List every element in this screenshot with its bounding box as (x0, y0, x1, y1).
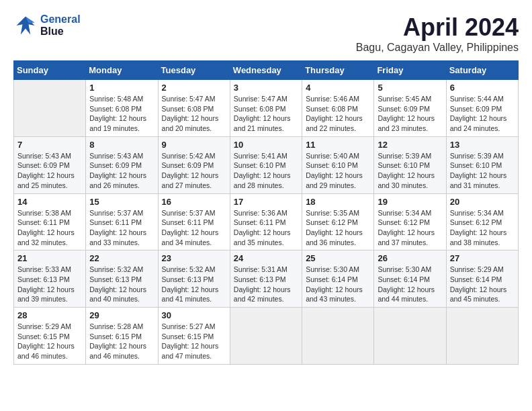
day-number: 13 (450, 140, 515, 150)
day-info: Sunrise: 5:27 AMSunset: 6:15 PMDaylight:… (162, 322, 226, 361)
day-info: Sunrise: 5:34 AMSunset: 6:12 PMDaylight:… (450, 208, 515, 248)
day-number: 26 (378, 253, 442, 263)
day-info: Sunrise: 5:44 AMSunset: 6:09 PMDaylight:… (450, 94, 515, 134)
calendar-cell (230, 308, 302, 365)
calendar-cell: 7Sunrise: 5:43 AMSunset: 6:09 PMDaylight… (14, 136, 86, 193)
calendar-table: SundayMondayTuesdayWednesdayThursdayFrid… (13, 60, 519, 365)
calendar-cell: 10Sunrise: 5:41 AMSunset: 6:10 PMDayligh… (230, 136, 302, 193)
svg-marker-0 (17, 17, 35, 35)
calendar-cell: 27Sunrise: 5:29 AMSunset: 6:14 PMDayligh… (446, 250, 518, 308)
day-number: 7 (17, 140, 82, 150)
day-info: Sunrise: 5:37 AMSunset: 6:11 PMDaylight:… (89, 208, 154, 248)
day-number: 1 (89, 83, 154, 93)
calendar-cell: 23Sunrise: 5:32 AMSunset: 6:13 PMDayligh… (158, 250, 230, 308)
calendar-subtitle: Bagu, Cagayan Valley, Philippines (356, 42, 519, 54)
day-info: Sunrise: 5:33 AMSunset: 6:13 PMDaylight:… (17, 265, 82, 304)
calendar-cell: 12Sunrise: 5:39 AMSunset: 6:10 PMDayligh… (374, 136, 446, 193)
calendar-cell: 6Sunrise: 5:44 AMSunset: 6:09 PMDaylight… (446, 80, 518, 137)
calendar-cell: 26Sunrise: 5:30 AMSunset: 6:14 PMDayligh… (374, 250, 446, 308)
logo: General Blue (13, 13, 81, 38)
day-number: 28 (17, 310, 82, 320)
day-info: Sunrise: 5:43 AMSunset: 6:09 PMDaylight:… (89, 151, 154, 191)
day-info: Sunrise: 5:39 AMSunset: 6:10 PMDaylight:… (450, 151, 515, 191)
calendar-cell (302, 308, 374, 365)
day-info: Sunrise: 5:43 AMSunset: 6:09 PMDaylight:… (17, 151, 82, 191)
weekday-header-friday: Friday (374, 61, 446, 80)
week-row-3: 14Sunrise: 5:38 AMSunset: 6:11 PMDayligh… (14, 193, 519, 250)
day-info: Sunrise: 5:37 AMSunset: 6:11 PMDaylight:… (162, 208, 226, 248)
calendar-cell: 16Sunrise: 5:37 AMSunset: 6:11 PMDayligh… (158, 193, 230, 250)
day-number: 11 (306, 140, 370, 150)
calendar-cell (14, 80, 86, 137)
day-number: 8 (89, 140, 154, 150)
day-info: Sunrise: 5:34 AMSunset: 6:12 PMDaylight:… (378, 208, 442, 248)
day-number: 12 (378, 140, 442, 150)
day-info: Sunrise: 5:32 AMSunset: 6:13 PMDaylight:… (89, 265, 154, 304)
day-info: Sunrise: 5:46 AMSunset: 6:08 PMDaylight:… (306, 94, 370, 134)
day-info: Sunrise: 5:28 AMSunset: 6:15 PMDaylight:… (89, 322, 154, 361)
calendar-cell: 5Sunrise: 5:45 AMSunset: 6:09 PMDaylight… (374, 80, 446, 137)
calendar-cell: 13Sunrise: 5:39 AMSunset: 6:10 PMDayligh… (446, 136, 518, 193)
day-number: 25 (306, 253, 370, 263)
day-number: 21 (17, 253, 82, 263)
day-number: 6 (450, 83, 515, 93)
week-row-2: 7Sunrise: 5:43 AMSunset: 6:09 PMDaylight… (14, 136, 519, 193)
title-block: April 2024 Bagu, Cagayan Valley, Philipp… (356, 13, 519, 54)
day-number: 17 (234, 197, 298, 207)
calendar-cell: 24Sunrise: 5:31 AMSunset: 6:13 PMDayligh… (230, 250, 302, 308)
day-number: 23 (162, 253, 226, 263)
calendar-cell: 29Sunrise: 5:28 AMSunset: 6:15 PMDayligh… (86, 308, 158, 365)
weekday-header-wednesday: Wednesday (230, 61, 302, 80)
calendar-cell: 21Sunrise: 5:33 AMSunset: 6:13 PMDayligh… (14, 250, 86, 308)
day-number: 2 (162, 83, 226, 93)
weekday-header-monday: Monday (86, 61, 158, 80)
logo-name2: Blue (40, 26, 81, 38)
day-info: Sunrise: 5:30 AMSunset: 6:14 PMDaylight:… (378, 265, 442, 304)
day-info: Sunrise: 5:42 AMSunset: 6:09 PMDaylight:… (162, 151, 226, 191)
day-number: 24 (234, 253, 298, 263)
day-number: 27 (450, 253, 515, 263)
weekday-header-saturday: Saturday (446, 61, 518, 80)
day-info: Sunrise: 5:39 AMSunset: 6:10 PMDaylight:… (378, 151, 442, 191)
calendar-cell: 3Sunrise: 5:47 AMSunset: 6:08 PMDaylight… (230, 80, 302, 137)
day-info: Sunrise: 5:29 AMSunset: 6:14 PMDaylight:… (450, 265, 515, 304)
day-info: Sunrise: 5:31 AMSunset: 6:13 PMDaylight:… (234, 265, 298, 304)
calendar-cell: 25Sunrise: 5:30 AMSunset: 6:14 PMDayligh… (302, 250, 374, 308)
day-info: Sunrise: 5:32 AMSunset: 6:13 PMDaylight:… (162, 265, 226, 304)
day-info: Sunrise: 5:40 AMSunset: 6:10 PMDaylight:… (306, 151, 370, 191)
calendar-cell (446, 308, 518, 365)
day-info: Sunrise: 5:45 AMSunset: 6:09 PMDaylight:… (378, 94, 442, 134)
day-number: 4 (306, 83, 370, 93)
calendar-cell: 17Sunrise: 5:36 AMSunset: 6:11 PMDayligh… (230, 193, 302, 250)
week-row-1: 1Sunrise: 5:48 AMSunset: 6:08 PMDaylight… (14, 80, 519, 137)
day-number: 30 (162, 310, 226, 320)
day-number: 5 (378, 83, 442, 93)
logo-name: General (40, 13, 81, 26)
weekday-header-thursday: Thursday (302, 61, 374, 80)
day-number: 16 (162, 197, 226, 207)
calendar-cell: 14Sunrise: 5:38 AMSunset: 6:11 PMDayligh… (14, 193, 86, 250)
day-number: 18 (306, 197, 370, 207)
day-info: Sunrise: 5:48 AMSunset: 6:08 PMDaylight:… (89, 94, 154, 134)
logo-icon (13, 13, 38, 38)
calendar-cell: 11Sunrise: 5:40 AMSunset: 6:10 PMDayligh… (302, 136, 374, 193)
calendar-title: April 2024 (356, 13, 519, 42)
calendar-cell: 4Sunrise: 5:46 AMSunset: 6:08 PMDaylight… (302, 80, 374, 137)
page-header: General Blue April 2024 Bagu, Cagayan Va… (13, 13, 519, 54)
calendar-cell: 2Sunrise: 5:47 AMSunset: 6:08 PMDaylight… (158, 80, 230, 137)
calendar-cell: 9Sunrise: 5:42 AMSunset: 6:09 PMDaylight… (158, 136, 230, 193)
day-info: Sunrise: 5:36 AMSunset: 6:11 PMDaylight:… (234, 208, 298, 248)
day-number: 3 (234, 83, 298, 93)
calendar-cell: 22Sunrise: 5:32 AMSunset: 6:13 PMDayligh… (86, 250, 158, 308)
day-info: Sunrise: 5:38 AMSunset: 6:11 PMDaylight:… (17, 208, 82, 248)
calendar-cell: 8Sunrise: 5:43 AMSunset: 6:09 PMDaylight… (86, 136, 158, 193)
day-number: 19 (378, 197, 442, 207)
week-row-4: 21Sunrise: 5:33 AMSunset: 6:13 PMDayligh… (14, 250, 519, 308)
day-number: 14 (17, 197, 82, 207)
calendar-cell: 30Sunrise: 5:27 AMSunset: 6:15 PMDayligh… (158, 308, 230, 365)
calendar-cell (374, 308, 446, 365)
day-info: Sunrise: 5:47 AMSunset: 6:08 PMDaylight:… (234, 94, 298, 134)
calendar-cell: 15Sunrise: 5:37 AMSunset: 6:11 PMDayligh… (86, 193, 158, 250)
day-number: 29 (89, 310, 154, 320)
calendar-cell: 19Sunrise: 5:34 AMSunset: 6:12 PMDayligh… (374, 193, 446, 250)
